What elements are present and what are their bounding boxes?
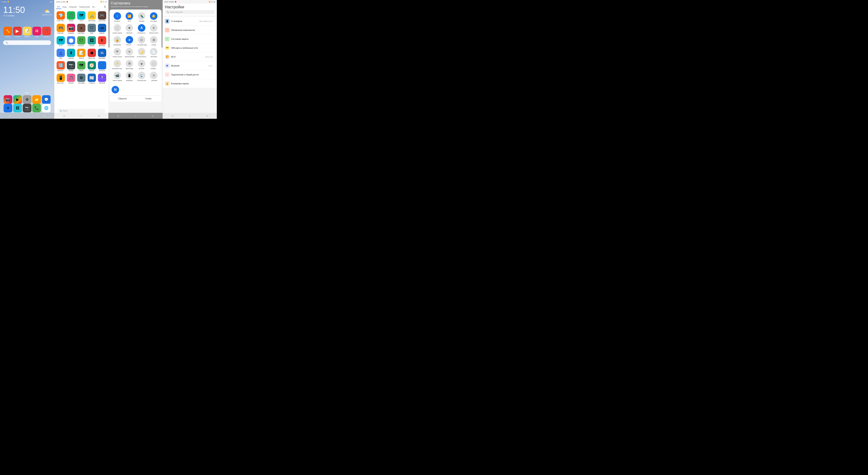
drawer-app-spotify[interactable]: 🎵 Spotify bbox=[66, 10, 76, 22]
qs-tile-rotation[interactable]: ⊡ ...ка ориентации bbox=[135, 35, 148, 47]
qs-tile-n[interactable]: N bbox=[111, 85, 120, 95]
tab-games[interactable]: Игры bbox=[62, 5, 68, 9]
app-camera[interactable]: 📷 bbox=[22, 104, 32, 112]
drawer-app-final[interactable]: ⚔ Final Fight... bbox=[76, 23, 86, 35]
nav-home-settings[interactable]: ○ bbox=[188, 114, 192, 118]
nav-recent-drawer[interactable]: ▭ bbox=[63, 114, 66, 118]
drawer-app-screenrec[interactable]: ⏺ Запись экр. bbox=[87, 48, 96, 60]
qs-tile-dnd[interactable]: 🌙 Не беспокоить bbox=[135, 47, 148, 59]
drawer-app-simenu[interactable]: 📱 Меню SIM... bbox=[56, 73, 65, 85]
nav-recent-settings[interactable]: ▭ bbox=[171, 114, 175, 118]
qs-tile-scanner[interactable]: ⊞ Сканер bbox=[148, 35, 160, 47]
nav-home-drawer[interactable]: ○ bbox=[80, 114, 83, 118]
qs-tile-airplane[interactable]: ✈ Режим полёта bbox=[148, 23, 160, 35]
settings-item-wifi[interactable]: 📶 Wi-Fi ASUS_5G › bbox=[163, 53, 217, 61]
qs-tile-silent[interactable]: 🔔 Без звука bbox=[148, 11, 160, 23]
qs-tile-float[interactable]: ⬚ Плаваю... bbox=[148, 59, 160, 70]
qs-tile-bluetooth[interactable]: ✱ Bluetooth bbox=[123, 23, 136, 35]
app-cleaner[interactable]: ✏️ Очистка bbox=[3, 27, 12, 37]
swipe-indicator bbox=[25, 93, 29, 93]
drawer-app-compass[interactable]: 🧭 Компас bbox=[87, 60, 96, 72]
qs-tile-flashlight[interactable]: 🔦 Фонарик bbox=[135, 11, 148, 23]
drawer-app-camera[interactable]: 📷 Камера bbox=[66, 60, 76, 72]
drawer-app-obiektif[interactable]: 🔭 Объектив bbox=[97, 73, 107, 85]
qs-done-button[interactable]: Готово bbox=[135, 96, 161, 102]
drawer-app-pirate[interactable]: 💎 Pirate Trea... bbox=[56, 10, 65, 22]
drawer-app-news[interactable]: 📰 • Новости bbox=[87, 73, 96, 85]
qs-tile-economy[interactable]: 📄 Экономия bbox=[148, 47, 160, 59]
settings-item-about[interactable]: 📱 О телефоне MIUI Global 12.0.3 › bbox=[163, 17, 217, 26]
app-photo[interactable]: 🖼 bbox=[13, 104, 22, 112]
app-music[interactable]: 🎵 Музыка bbox=[42, 27, 51, 37]
drawer-app-maps[interactable]: 🗺 Карты bbox=[76, 60, 86, 72]
nav-home[interactable]: ○ bbox=[25, 114, 29, 118]
qs-tile-vibrate[interactable]: 📳 Вибрация bbox=[123, 70, 136, 82]
settings-wifi-title: Wi-Fi bbox=[171, 56, 204, 58]
nav-back-drawer[interactable]: ◁ bbox=[97, 114, 100, 118]
drawer-app-settings[interactable]: ⚙ Настройки bbox=[76, 73, 86, 85]
drawer-app-cod[interactable]: 🎮 Call of Duty bbox=[97, 10, 107, 22]
tab-all[interactable]: Все bbox=[56, 5, 61, 9]
qs-tile-hotspot[interactable]: 📡 Точка доступа bbox=[135, 70, 148, 82]
qs-tile-screenrec[interactable]: 📹 Запись экрана bbox=[111, 70, 123, 82]
tab-more[interactable]: Фо... bbox=[91, 5, 97, 9]
app-chrome[interactable]: 🌐 bbox=[41, 104, 51, 112]
qs-tile-restrict[interactable]: ✕ ...ужением bbox=[148, 70, 160, 82]
drawer-app-2gis1[interactable]: 🗺 2ГИС bbox=[76, 10, 86, 22]
drawer-app-asphalt[interactable]: 🏎 • Asphalt... bbox=[97, 23, 107, 35]
qs-tile-autobright[interactable]: A Автояркость bbox=[135, 23, 148, 35]
tab-entertainment[interactable]: Развлечения bbox=[78, 5, 91, 9]
drawer-app-contacts[interactable]: 👤 Контакты bbox=[97, 60, 107, 72]
qs-tile-lock[interactable]: 🔒 Блокировка bbox=[111, 35, 123, 47]
qs-tile-battery-saver[interactable]: ⚡ Экономия энер. bbox=[111, 59, 123, 70]
app-inshot[interactable]: iS InShot bbox=[32, 27, 41, 37]
qs-tile-location[interactable]: ➤ Местоп... bbox=[123, 35, 136, 47]
home-search-bar[interactable]: 🔍 bbox=[3, 40, 51, 45]
qs-tile-wifi[interactable]: 📶 Wi-Fi bbox=[123, 11, 136, 23]
nav-home-qs[interactable]: ○ bbox=[134, 114, 137, 118]
qs-tile-internet[interactable]: ↕ Интернет bbox=[111, 11, 123, 23]
drawer-menu-icon[interactable]: ☰ bbox=[103, 5, 107, 9]
drawer-app-recorder[interactable]: 🎙 Диктофон bbox=[97, 35, 107, 47]
drawer-app-taxi[interactable]: 🚕 Такси Бонд bbox=[87, 10, 96, 22]
settings-item-bluetooth[interactable]: ✱ Bluetooth Откл. › bbox=[163, 61, 217, 70]
nav-back-settings[interactable]: ◁ bbox=[205, 114, 209, 118]
drawer-app-2gis2[interactable]: 🗺 2ГИС bbox=[56, 35, 65, 47]
tab-social[interactable]: Общение bbox=[68, 5, 78, 9]
settings-search-bar[interactable]: 🔍 Поиск настроек bbox=[165, 10, 215, 14]
settings-icon-lockscreen: 🔒 bbox=[165, 81, 169, 86]
drawer-app-calc[interactable]: 🔢 Калькуля... bbox=[56, 60, 65, 72]
settings-item-security[interactable]: ✓ Состояние защиты › bbox=[163, 35, 217, 43]
drawer-app-download[interactable]: ⬇ Загрузки bbox=[66, 48, 76, 60]
qs-tile-cast[interactable]: 🖥 Трансляция bbox=[123, 59, 136, 70]
settings-item-lockscreen[interactable]: 🔒 Блокировка экрана › bbox=[163, 79, 217, 88]
drawer-app-drive[interactable]: △ Диск bbox=[56, 48, 65, 60]
drawer-app-instagram[interactable]: 📷 Instagram bbox=[66, 23, 76, 35]
app-youtube[interactable]: ▶ YouTube bbox=[13, 27, 22, 37]
nav-recent[interactable]: ▭ bbox=[8, 114, 12, 118]
drawer-app-calendar[interactable]: 31 Календарь bbox=[97, 48, 107, 60]
qs-tile-reading[interactable]: 👁 Режим чтения bbox=[111, 47, 123, 59]
settings-item-connection[interactable]: ↔ Подключение и общий доступ › bbox=[163, 70, 217, 79]
app-notes[interactable]: 📝 Заметки bbox=[23, 27, 31, 37]
nav-back-qs[interactable]: ◁ bbox=[151, 114, 154, 118]
drawer-app-pubg[interactable]: 🎮 PUBG MO... bbox=[56, 23, 65, 35]
nav-recent-qs[interactable]: ▭ bbox=[117, 114, 120, 118]
drawer-app-raid[interactable]: 🛡 Raid bbox=[87, 23, 96, 35]
app-phone[interactable]: 📞 bbox=[32, 104, 41, 112]
nav-back[interactable]: ◁ bbox=[42, 114, 46, 118]
settings-item-sim[interactable]: 💳 SIM-карты и мобильные сети › bbox=[163, 43, 217, 53]
drawer-app-security[interactable]: 🛡 Безопасн... bbox=[76, 35, 86, 47]
drawer-icon-download: ⬇ bbox=[67, 49, 75, 57]
drawer-app-music2[interactable]: 🎵 Музыка bbox=[66, 73, 76, 85]
qs-tile-mishare[interactable]: ◈ Mi Share bbox=[135, 59, 148, 70]
qs-tile-darkmode[interactable]: ☀ Тёмный режим bbox=[123, 47, 136, 59]
qs-reset-button[interactable]: Сбросить bbox=[110, 96, 135, 102]
drawer-app-assistant[interactable]: ⬤ Ассистент bbox=[66, 35, 76, 47]
drawer-app-gallery[interactable]: 🖼 Галерея bbox=[87, 35, 96, 47]
qs-tile-screenshot[interactable]: ⬚ Снимок экрана bbox=[111, 23, 123, 35]
app-telegram[interactable]: ✈ bbox=[3, 104, 13, 112]
settings-item-update[interactable]: ↑ Обновление компонентов › bbox=[163, 26, 217, 35]
drawer-app-notes2[interactable]: 📝 Заметки bbox=[76, 48, 86, 60]
drawer-search-bar[interactable]: 🔍 Поиск bbox=[58, 109, 105, 113]
